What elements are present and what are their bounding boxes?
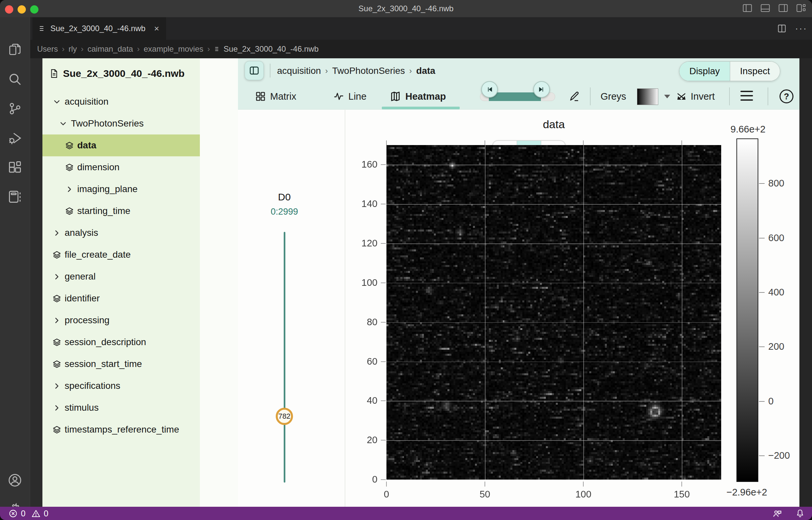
x-axis: 050100150	[387, 479, 721, 505]
tab-line[interactable]: Line	[334, 83, 367, 109]
breadcrumb-segment[interactable]: example_movies	[144, 44, 203, 54]
edit-pen-icon[interactable]	[569, 91, 580, 102]
frame-slider-handle[interactable]: 782	[276, 408, 293, 425]
divider	[768, 87, 768, 105]
notifications-bell-icon[interactable]	[795, 509, 805, 518]
gridline-h	[387, 401, 721, 401]
colorbar-tick-label: −200	[768, 450, 790, 461]
colorbar-tick	[759, 456, 765, 456]
tree-item-TwoPhotonSeries[interactable]: TwoPhotonSeries	[43, 113, 200, 134]
viewer-breadcrumb-segment[interactable]: TwoPhotonSeries	[332, 66, 405, 76]
skip-end-icon	[538, 86, 545, 93]
tree-item-timestamps_reference_time[interactable]: timestamps_reference_time	[43, 419, 200, 441]
tree-item-label: dimension	[77, 162, 120, 173]
tab-heatmap[interactable]: Heatmap	[390, 83, 446, 109]
breadcrumb-segment[interactable]: caiman_data	[88, 44, 133, 54]
colorbar-tick	[759, 238, 765, 238]
toggle-secondary-sidebar-icon[interactable]	[778, 3, 788, 13]
tree-item-label: timestamps_reference_time	[65, 424, 179, 435]
nwb-file-icon	[39, 25, 46, 32]
search-icon[interactable]	[8, 72, 22, 86]
tree-item-label: acquisition	[65, 96, 108, 107]
warning-count: 0	[44, 509, 48, 518]
tab-close-icon[interactable]: ×	[154, 24, 159, 34]
tree-item-session_description[interactable]: session_description	[43, 331, 200, 353]
warning-icon	[31, 509, 41, 518]
range-end-handle[interactable]	[533, 81, 550, 98]
tree-item-specifications[interactable]: specifications	[43, 375, 200, 397]
breadcrumb-segment[interactable]: Users	[37, 44, 58, 54]
y-tick	[381, 164, 386, 165]
tab-nwb-file[interactable]: Sue_2x_3000_40_-46.nwb ×	[32, 17, 167, 40]
tree-item-stimulus[interactable]: stimulus	[43, 397, 200, 419]
document-icon	[49, 69, 59, 78]
run-debug-icon[interactable]	[8, 131, 22, 146]
menu-icon[interactable]	[740, 91, 753, 104]
notebooks-icon[interactable]	[8, 189, 22, 204]
colorbar-tick-label: 200	[768, 341, 784, 352]
frame-slider[interactable]	[284, 232, 285, 483]
x-tick	[386, 482, 387, 487]
y-tick-label: 60	[367, 356, 377, 367]
y-axis: 020406080100120140160	[343, 145, 386, 479]
extensions-icon[interactable]	[8, 160, 22, 175]
y-tick	[381, 400, 386, 401]
y-tick	[381, 204, 386, 204]
chevron-right-icon: ›	[207, 44, 210, 54]
tree-item-label: identifier	[65, 293, 100, 304]
tree-item-label: imaging_plane	[77, 184, 138, 194]
tree-item-data[interactable]: data	[43, 134, 200, 156]
chevron-down-icon[interactable]	[664, 95, 670, 98]
grid-overlay	[387, 145, 721, 479]
colorbar-max-label: 9.66e+2	[731, 124, 766, 135]
divider	[270, 63, 270, 78]
tree-item-identifier[interactable]: identifier	[43, 287, 200, 309]
account-icon[interactable]	[8, 473, 22, 488]
range-start-handle[interactable]	[481, 81, 498, 98]
y-tick	[381, 361, 386, 362]
tree-item-dimension[interactable]: dimension	[43, 156, 200, 178]
source-control-icon[interactable]	[8, 101, 22, 116]
divider	[590, 87, 591, 105]
problems-status[interactable]: 0 0	[9, 509, 48, 518]
layers-icon	[52, 294, 61, 303]
x-tick	[583, 482, 584, 487]
colorbar-tick-label: 800	[768, 178, 784, 189]
breadcrumb-segment[interactable]: rly	[69, 44, 77, 54]
tree-item-starting_time[interactable]: starting_time	[43, 200, 200, 222]
chevron-right-icon: ›	[409, 66, 412, 76]
more-actions-icon[interactable]: ···	[795, 23, 807, 34]
editor-gutter	[30, 58, 43, 507]
tree-item-session_start_time[interactable]: session_start_time	[43, 353, 200, 375]
split-editor-icon[interactable]	[777, 24, 786, 33]
tab-matrix[interactable]: Matrix	[255, 83, 296, 109]
explorer-icon[interactable]	[8, 43, 22, 57]
vscode-window: Sue_2x_3000_40_-46.nwb Sue_2x_3000_40_-4…	[0, 0, 812, 520]
breadcrumb-file[interactable]: Sue_2x_3000_40_-46.nwb	[214, 44, 319, 54]
viewer-breadcrumb-segment[interactable]: acquisition	[277, 66, 321, 76]
chevron-right-icon: ›	[137, 44, 140, 54]
tree-item-processing[interactable]: processing	[43, 309, 200, 331]
layers-icon	[52, 338, 61, 347]
viewer-breadcrumb: acquisition › TwoPhotonSeries › data	[277, 58, 435, 83]
chevron-down-icon	[59, 119, 68, 128]
tree-item-imaging_plane[interactable]: imaging_plane	[43, 178, 200, 200]
invert-button[interactable]: Invert	[676, 83, 715, 109]
feedback-icon[interactable]	[772, 509, 782, 518]
toggle-tree-button[interactable]	[245, 61, 264, 80]
display-mode-button[interactable]: Display	[680, 61, 730, 81]
colorbar-tick	[759, 183, 765, 184]
error-count: 0	[21, 509, 26, 518]
editor-edge	[799, 58, 812, 507]
toggle-sidebar-icon[interactable]	[742, 3, 752, 13]
tree-item-file_create_date[interactable]: file_create_date	[43, 244, 200, 266]
colormap-swatch[interactable]	[637, 88, 658, 105]
tree-item-analysis[interactable]: analysis	[43, 222, 200, 244]
tree-item-general[interactable]: general	[43, 266, 200, 287]
help-button[interactable]: ?	[780, 89, 793, 103]
toggle-panel-icon[interactable]	[760, 3, 770, 13]
file-tree: acquisitionTwoPhotonSeriesdatadimensioni…	[43, 91, 200, 441]
customize-layout-icon[interactable]	[796, 3, 806, 13]
inspect-mode-button[interactable]: Inspect	[730, 61, 780, 81]
tree-item-acquisition[interactable]: acquisition	[43, 91, 200, 113]
